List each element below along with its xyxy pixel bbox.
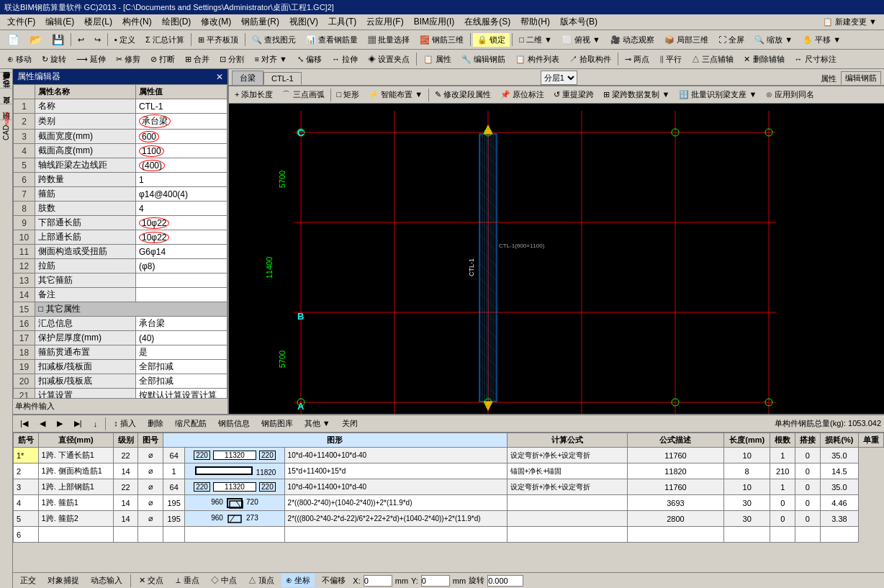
batch-id-btn[interactable]: 🔢 批量识别梁支座 ▼ — [675, 88, 761, 101]
comp-list-btn[interactable]: 📋 构件列表 — [511, 53, 564, 66]
single-comp-input[interactable]: 单构件输入 — [13, 398, 227, 414]
save-btn[interactable]: 💾 — [48, 32, 68, 47]
other-btn[interactable]: 其他 ▼ — [300, 417, 335, 430]
stretch-btn[interactable]: ↔ 拉伸 — [328, 53, 362, 66]
snap-mid-btn[interactable]: ◇ 中点 — [207, 574, 241, 587]
lock-btn[interactable]: 🔒 锁定 — [473, 33, 510, 47]
rect-btn[interactable]: □ 矩形 — [333, 88, 364, 101]
extend-btn[interactable]: ⟶ 延伸 — [72, 53, 110, 66]
rotate-btn[interactable]: ↻ 旋转 — [37, 53, 71, 66]
smart-place-btn[interactable]: ⚡ 智能布置 ▼ — [364, 88, 427, 101]
close-btn[interactable]: 关闭 — [338, 417, 362, 430]
new-change-btn[interactable]: 📋 新建变更 ▼ — [818, 15, 881, 29]
rotation-input[interactable] — [487, 575, 523, 587]
menu-draw[interactable]: 绘图(D) — [158, 14, 196, 30]
calc-btn[interactable]: Σ 汇总计算 — [141, 33, 189, 47]
tab-beam[interactable]: 台梁 — [232, 71, 263, 85]
nav-next-btn[interactable]: ▶ — [53, 417, 67, 430]
batch-select-btn[interactable]: ▦ 批量选择 — [364, 33, 414, 47]
rebar-table-scroll[interactable]: 筋号 直径(mm) 级别 图号 图形 计算公式 公式描述 长度(mm) 根数 搭… — [13, 433, 884, 572]
nav-down-btn[interactable]: ↓ — [89, 418, 102, 430]
menu-help[interactable]: 帮助(H) — [516, 14, 554, 30]
pan-btn[interactable]: ✋ 平移 ▼ — [798, 33, 845, 47]
menu-file[interactable]: 文件(F) — [3, 14, 40, 30]
nav-prev-btn[interactable]: ◀ — [35, 417, 50, 430]
nav-last-btn[interactable]: ▶| — [70, 417, 86, 430]
merge-btn[interactable]: ⊞ 合并 — [181, 53, 214, 66]
menu-rebar[interactable]: 钢筋量(R) — [237, 14, 284, 30]
menu-modify[interactable]: 修改(M) — [197, 14, 235, 30]
rebar-3d-btn[interactable]: 🧱 钢筋三维 — [415, 33, 468, 47]
snap-vertex-btn[interactable]: △ 顶点 — [244, 574, 279, 587]
2d-btn[interactable]: □ 二维 ▼ — [515, 33, 556, 47]
leveltop-btn[interactable]: ⊞ 平齐板顶 — [194, 33, 243, 47]
menu-tools[interactable]: 工具(T) — [324, 14, 361, 30]
prop-panel-close[interactable]: ✕ — [216, 72, 223, 82]
prop-tab-btn[interactable]: 属性 — [816, 72, 841, 85]
tab-ctl1[interactable]: CTL-1 — [263, 72, 302, 85]
delete-btn[interactable]: 删除 — [143, 417, 168, 430]
menu-edit[interactable]: 编辑(E) — [41, 14, 78, 30]
ortho-btn[interactable]: 正交 — [16, 574, 40, 587]
del-axis-btn[interactable]: ✕ 删除辅轴 — [739, 53, 788, 66]
new-btn[interactable]: 📄 — [3, 32, 24, 47]
in-place-mark-btn[interactable]: 📌 原位标注 — [496, 88, 549, 101]
apply-same-btn[interactable]: ⊙ 应用到同名 — [762, 88, 818, 101]
edit-rebar-btn[interactable]: 🔧 编辑钢筋 — [457, 53, 510, 66]
split-btn[interactable]: ⊡ 分割 — [215, 53, 248, 66]
define-btn[interactable]: ▪ 定义 — [110, 33, 140, 47]
view-mode-btn[interactable]: ⬜ 俯视 ▼ — [558, 33, 605, 47]
prop-btn[interactable]: 📋 属性 — [419, 53, 456, 66]
scale-rebar-btn[interactable]: 缩尺配筋 — [171, 417, 211, 430]
fullscreen-btn[interactable]: ⛶ 全屏 — [714, 33, 749, 47]
coord-y-input[interactable] — [421, 575, 450, 587]
coord-x-input[interactable] — [364, 575, 392, 587]
edit-rebar-tab-btn[interactable]: 编辑钢筋 — [841, 71, 881, 85]
break-btn[interactable]: ⊘ 打断 — [146, 53, 179, 66]
no-offset-btn[interactable]: 不偏移 — [317, 574, 350, 587]
rebar-info-btn[interactable]: 钢筋信息 — [214, 417, 254, 430]
nav-first-btn[interactable]: |◀ — [16, 417, 32, 430]
mod-segment-btn[interactable]: ✎ 修改梁段属性 — [430, 88, 495, 101]
add-length-btn[interactable]: + 添加长度 — [230, 88, 277, 101]
parallel-btn[interactable]: ∥ 平行 — [655, 53, 686, 66]
two-point-btn[interactable]: ⊸ 两点 — [621, 53, 654, 66]
snap-perp-btn[interactable]: ⊥ 垂点 — [171, 574, 204, 587]
menu-floor[interactable]: 楼层(L) — [80, 14, 117, 30]
menu-bim[interactable]: BIM应用(I) — [410, 14, 459, 30]
dynamic-obs-btn[interactable]: 🎥 动态观察 — [606, 33, 659, 47]
zoom-btn[interactable]: 🔍 缩放 ▼ — [750, 33, 797, 47]
dyn-input-btn[interactable]: 动态输入 — [86, 574, 127, 587]
rebar-lib-btn[interactable]: 钢筋图库 — [257, 417, 297, 430]
menu-online[interactable]: 在线服务(S) — [460, 14, 515, 30]
view-rebar-btn[interactable]: 📊 查看钢筋量 — [302, 33, 362, 47]
sidebar-item-cad[interactable]: CAD识别 NEW — [0, 119, 13, 132]
undo-btn[interactable]: ↩ — [73, 34, 89, 46]
menu-cloud[interactable]: 云应用(F) — [362, 14, 407, 30]
menu-component[interactable]: 构件(N) — [118, 14, 156, 30]
redo-btn[interactable]: ↪ — [90, 34, 105, 46]
snap-intersect-btn[interactable]: ✕ 交点 — [135, 574, 168, 587]
find-element-btn[interactable]: 🔍 查找图元 — [248, 33, 300, 47]
pick-comp-btn[interactable]: ↗ 拾取构件 — [565, 53, 615, 66]
layer-select[interactable]: 分层1 — [541, 71, 577, 85]
sidebar-item-other[interactable]: 其它 — [0, 88, 13, 101]
partial-3d-btn[interactable]: 📦 局部三维 — [660, 33, 713, 47]
sidebar-item-foundation[interactable]: 基础板带(W) — [0, 72, 13, 85]
cad-canvas[interactable]: 5700 11400 5700 A B C 1 2 3 4 — [229, 104, 884, 414]
offset-btn[interactable]: ⤡ 偏移 — [293, 53, 326, 66]
osnap-btn[interactable]: 对象捕捉 — [43, 574, 84, 587]
arc-btn[interactable]: ⌒ 三点画弧 — [278, 88, 328, 101]
prop-scroll[interactable]: 属性名称 属性值 1名称CTL-1 2类别承台梁 3截面宽度(mm)600 4截… — [13, 84, 227, 398]
re-span-btn[interactable]: ↺ 重提梁跨 — [549, 88, 598, 101]
snap-coord-btn[interactable]: ⊕ 坐标 — [281, 574, 315, 587]
trim-btn[interactable]: ✂ 修剪 — [112, 53, 145, 66]
insert-btn[interactable]: ↕ 插入 — [109, 417, 140, 430]
dim-btn[interactable]: ↔ 尺寸标注 — [790, 53, 841, 66]
align-btn[interactable]: ≡ 对齐 ▼ — [250, 53, 291, 66]
menu-version[interactable]: 版本号(B) — [556, 14, 602, 30]
three-point-btn[interactable]: △ 三点辅轴 — [687, 53, 738, 66]
menu-view[interactable]: 视图(V) — [285, 14, 323, 30]
copy-span-btn[interactable]: ⊞ 梁跨数据复制 ▼ — [599, 88, 674, 101]
move-btn[interactable]: ⊕ 移动 — [3, 53, 36, 66]
